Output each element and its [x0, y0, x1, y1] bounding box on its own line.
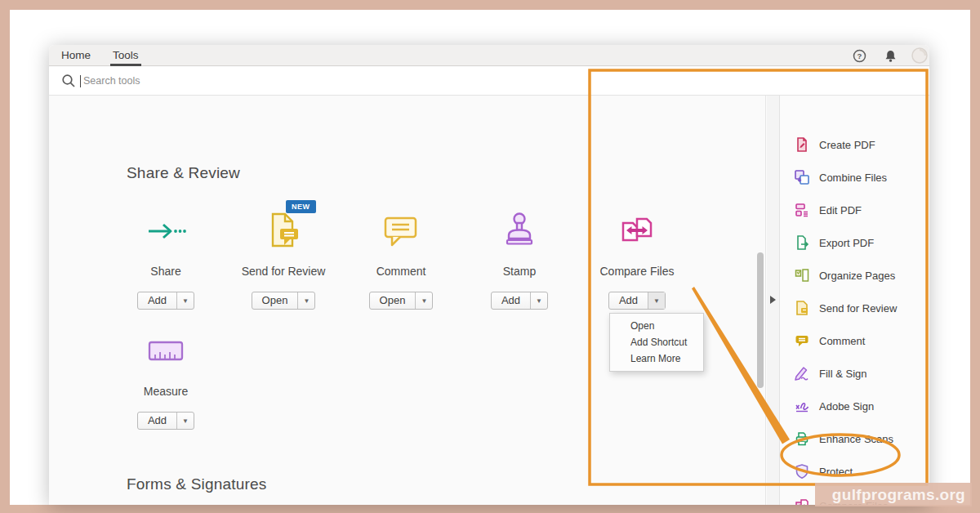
sidebar-item-label: Adobe Sign [819, 400, 874, 413]
measure-icon [145, 330, 187, 372]
send-for-review-small-icon [794, 300, 810, 316]
vertical-scrollbar[interactable] [757, 252, 764, 388]
menu-item-learn-more[interactable]: Learn More [610, 350, 703, 367]
stamp-add-button[interactable]: Add ▼ [491, 292, 548, 310]
fill-sign-small-icon [794, 365, 810, 381]
protect-shield-icon [794, 463, 810, 480]
window-tab-bar: Home Tools ? [49, 45, 929, 66]
search-input[interactable]: Search tools [83, 75, 140, 87]
tool-label: Stamp [503, 265, 536, 278]
measure-add-button[interactable]: Add ▼ [137, 412, 194, 430]
sidebar-item-label: Create PDF [819, 139, 875, 151]
search-bar[interactable]: Search tools [49, 67, 929, 96]
tool-label: Compare Files [599, 265, 674, 278]
new-badge: NEW [286, 200, 316, 213]
section-title-share-review: Share & Review [127, 164, 240, 182]
sidebar-item-label: Organize Pages [819, 270, 895, 282]
tool-label: Send for Review [242, 265, 326, 278]
active-tab-underline [110, 64, 141, 66]
adobe-sign-icon [794, 398, 810, 414]
tool-card-stamp[interactable]: Stamp Add ▼ [470, 210, 568, 310]
button-label[interactable]: Open [370, 292, 416, 309]
dropdown-arrow[interactable]: ▼ [530, 292, 547, 309]
text-cursor [80, 75, 81, 87]
watermark-text: gulfprograms.org [832, 486, 965, 504]
acrobat-window: Home Tools ? Search tools [49, 45, 929, 505]
combine-files-icon [794, 169, 810, 185]
sidebar-item-label: Fill & Sign [819, 368, 867, 380]
sidebar-item-enhance-scans[interactable]: Enhance Scans [794, 428, 893, 449]
enhance-scans-icon [794, 430, 810, 447]
send-for-review-open-button[interactable]: Open ▼ [252, 292, 316, 310]
sidebar-item-comment[interactable]: Comment [794, 330, 865, 351]
screenshot-frame: Home Tools ? Search tools [0, 0, 980, 513]
sidebar-item-export-pdf[interactable]: Export PDF [794, 232, 874, 253]
sidebar-item-protect[interactable]: Protect [794, 461, 853, 482]
sidebar-item-label: Comment [819, 335, 865, 347]
bell-icon[interactable] [884, 49, 898, 63]
tool-card-comment[interactable]: Comment Open ▼ [352, 210, 450, 310]
tool-label: Measure [144, 385, 188, 398]
sidebar-item-label: Enhance Scans [819, 433, 893, 445]
sidebar-item-label: Protect [819, 466, 853, 478]
sidebar-item-create-pdf[interactable]: Create PDF [794, 134, 875, 155]
sidebar-item-label: Send for Review [819, 302, 897, 314]
share-add-button[interactable]: Add ▼ [137, 292, 194, 310]
tool-card-share[interactable]: Share Add ▼ [117, 210, 215, 310]
tab-home[interactable]: Home [61, 45, 91, 66]
tool-label: Share [150, 265, 180, 278]
send-for-review-icon [262, 210, 305, 252]
sidebar-item-label: Export PDF [819, 237, 874, 249]
compare-files-icon [616, 210, 658, 252]
button-label[interactable]: Add [138, 292, 176, 309]
tools-panel: Share & Review NEW Share Add ▼ [49, 96, 766, 505]
dropdown-arrow[interactable]: ▼ [648, 292, 665, 309]
dropdown-arrow[interactable]: ▼ [297, 292, 314, 309]
sidebar-item-fill-sign[interactable]: Fill & Sign [794, 363, 867, 384]
sidebar-item-label: Edit PDF [819, 204, 862, 216]
shortcuts-sidebar: Create PDF Combine Files Edit PDF [781, 96, 929, 505]
section-title-forms-signatures: Forms & Signatures [127, 475, 267, 493]
menu-item-add-shortcut[interactable]: Add Shortcut [610, 334, 703, 350]
create-pdf-icon [794, 136, 810, 153]
comment-small-icon [794, 332, 810, 349]
button-label[interactable]: Open [252, 292, 298, 309]
add-dropdown-menu: Open Add Shortcut Learn More [609, 313, 704, 372]
comment-icon [380, 210, 422, 252]
compare-files-small-icon [794, 497, 810, 505]
stamp-icon [498, 210, 541, 252]
button-label[interactable]: Add [492, 292, 530, 309]
help-icon[interactable]: ? [853, 49, 866, 63]
sidebar-item-send-for-review[interactable]: Send for Review [794, 297, 897, 319]
tool-card-compare-files[interactable]: Compare Files Add ▼ [588, 210, 686, 310]
tool-card-measure[interactable]: Measure Add ▼ [117, 330, 215, 430]
tool-label: Comment [376, 265, 426, 278]
dropdown-arrow[interactable]: ▼ [176, 292, 194, 309]
comment-open-button[interactable]: Open ▼ [369, 292, 434, 310]
tool-card-send-for-review[interactable]: Send for Review Open ▼ [234, 210, 332, 310]
search-icon [61, 74, 76, 88]
compare-files-add-button[interactable]: Add ▼ [608, 292, 666, 310]
dropdown-arrow[interactable]: ▼ [176, 413, 194, 429]
menu-item-open[interactable]: Open [610, 318, 703, 334]
edit-pdf-icon [794, 202, 810, 218]
organize-pages-icon [794, 267, 810, 283]
sidebar-item-adobe-sign[interactable]: Adobe Sign [794, 395, 874, 417]
sidebar-item-edit-pdf[interactable]: Edit PDF [794, 199, 862, 221]
share-icon [145, 210, 187, 252]
dropdown-arrow[interactable]: ▼ [415, 292, 432, 309]
button-label[interactable]: Add [609, 292, 648, 309]
button-label[interactable]: Add [138, 413, 176, 429]
svg-text:?: ? [858, 51, 862, 60]
sidebar-item-label: Combine Files [819, 172, 887, 184]
watermark: gulfprograms.org [815, 483, 972, 506]
sidebar-item-combine-files[interactable]: Combine Files [794, 167, 887, 188]
avatar[interactable] [911, 47, 928, 64]
sidebar-collapse-arrow-icon[interactable] [770, 296, 776, 304]
sidebar-item-organize-pages[interactable]: Organize Pages [794, 265, 895, 286]
export-pdf-icon [794, 234, 810, 251]
